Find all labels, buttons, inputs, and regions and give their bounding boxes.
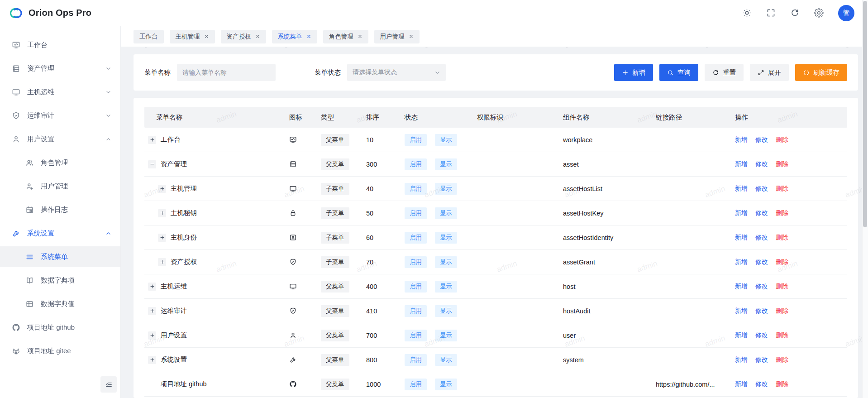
action-add[interactable]: 新增 [735,136,748,144]
action-delete[interactable]: 删除 [776,160,788,168]
tab-4[interactable]: 角色管理 [323,30,368,43]
page-scrollbar[interactable] [862,0,868,398]
sidebar-item-1[interactable]: 资产管理 [0,58,120,79]
expand-toggle[interactable] [158,209,166,217]
menu-name: 主机运维 [161,282,187,291]
close-icon[interactable] [409,34,414,39]
sidebar-collapse-button[interactable] [100,376,117,393]
action-edit[interactable]: 修改 [755,380,768,388]
action-delete[interactable]: 删除 [776,380,788,388]
sidebar-item-6[interactable]: 用户管理 [0,176,120,197]
fullscreen-icon[interactable] [766,8,776,18]
action-delete[interactable]: 删除 [776,185,788,193]
add-button[interactable]: 新增 [614,64,653,81]
icon-cell [289,160,321,168]
sidebar-item-13[interactable]: 项目地址 gitee [0,340,120,361]
action-edit[interactable]: 修改 [755,209,768,217]
sidebar-item-3[interactable]: 运维审计 [0,105,120,126]
sidebar-item-9[interactable]: 系统菜单 [0,246,120,267]
expand-toggle[interactable] [148,307,156,315]
sidebar-item-4[interactable]: 用户设置 [0,129,120,149]
action-delete[interactable]: 删除 [776,209,788,217]
expand-toggle[interactable] [148,331,156,340]
action-edit[interactable]: 修改 [755,234,768,242]
action-edit[interactable]: 修改 [755,160,768,168]
refresh-icon[interactable] [790,8,800,18]
sidebar-item-label: 数据字典值 [41,300,75,308]
table-row: 资产授权子菜单70启用显示assetGrant新增修改删除 [144,250,847,274]
close-icon[interactable] [204,34,209,39]
sidebar-item-8[interactable]: 系统设置 [0,223,120,244]
action-add[interactable]: 新增 [735,356,748,364]
action-add[interactable]: 新增 [735,160,748,168]
action-add[interactable]: 新增 [735,307,748,315]
expand-toggle[interactable] [148,356,156,364]
close-icon[interactable] [306,34,311,39]
action-delete[interactable]: 删除 [776,234,788,242]
search-button[interactable]: 查询 [659,64,698,81]
action-add[interactable]: 新增 [735,185,748,193]
action-add[interactable]: 新增 [735,380,748,388]
expand-toggle[interactable] [158,185,166,193]
action-edit[interactable]: 修改 [755,136,768,144]
action-edit[interactable]: 修改 [755,307,768,315]
action-edit[interactable]: 修改 [755,331,768,340]
tab-1[interactable]: 主机管理 [170,30,215,43]
icon-cell [289,136,321,144]
action-add[interactable]: 新增 [735,331,748,340]
action-add[interactable]: 新增 [735,234,748,242]
type-cell: 父菜单 [321,330,366,341]
book-icon [25,276,34,285]
expand-toggle[interactable] [148,283,156,291]
sidebar-item-10[interactable]: 数据字典项 [0,270,120,291]
action-edit[interactable]: 修改 [755,258,768,266]
action-delete[interactable]: 删除 [776,356,788,364]
expand-toggle[interactable] [148,136,156,144]
sidebar-item-label: 项目地址 github [27,323,75,332]
action-delete[interactable]: 删除 [776,258,788,266]
settings-gear-icon[interactable] [814,8,824,18]
close-icon[interactable] [255,34,260,39]
expand-toggle[interactable] [158,234,166,242]
tab-3[interactable]: 系统菜单 [272,30,317,43]
expand-button[interactable]: 展开 [750,64,789,81]
action-delete[interactable]: 删除 [776,307,788,315]
table-icon [25,300,34,308]
menu-name-cell: 资产管理 [144,160,289,168]
plus-icon [622,69,629,76]
close-icon[interactable] [358,34,362,39]
action-delete[interactable]: 删除 [776,136,788,144]
action-edit[interactable]: 修改 [755,356,768,364]
sidebar-item-0[interactable]: 工作台 [0,34,120,55]
expand-toggle[interactable] [158,258,166,266]
scrollbar-thumb[interactable] [863,1,867,227]
action-delete[interactable]: 删除 [776,283,788,291]
sidebar-item-7[interactable]: 操作日志 [0,199,120,220]
sidebar-item-5[interactable]: 角色管理 [0,152,120,173]
tab-2[interactable]: 资产授权 [221,30,266,43]
tab-0[interactable]: 工作台 [134,30,164,43]
sidebar-item-label: 资产管理 [27,64,54,73]
theme-icon[interactable] [742,8,752,18]
tab-5[interactable]: 用户管理 [374,30,420,43]
expand-toggle[interactable] [148,160,156,168]
component-cell: assetHostKey [563,210,656,217]
user-avatar[interactable]: 管 [838,5,854,21]
column-header: 类型 [321,113,366,122]
app-header: Orion Ops Pro 管 [0,0,868,26]
menu-status-select[interactable]: 请选择菜单状态 [347,64,446,81]
action-delete[interactable]: 删除 [776,331,788,340]
menu-name-input[interactable] [177,64,276,81]
refresh-cache-button[interactable]: 刷新缓存 [795,64,847,81]
sidebar-item-12[interactable]: 项目地址 github [0,317,120,338]
action-add[interactable]: 新增 [735,283,748,291]
action-add[interactable]: 新增 [735,209,748,217]
action-edit[interactable]: 修改 [755,283,768,291]
sidebar-item-2[interactable]: 主机运维 [0,82,120,102]
action-add[interactable]: 新增 [735,258,748,266]
component-cell: host [563,283,656,290]
status-badge-visible: 显示 [435,158,457,170]
action-edit[interactable]: 修改 [755,185,768,193]
reset-button[interactable]: 重置 [705,64,744,81]
sidebar-item-11[interactable]: 数据字典值 [0,293,120,314]
